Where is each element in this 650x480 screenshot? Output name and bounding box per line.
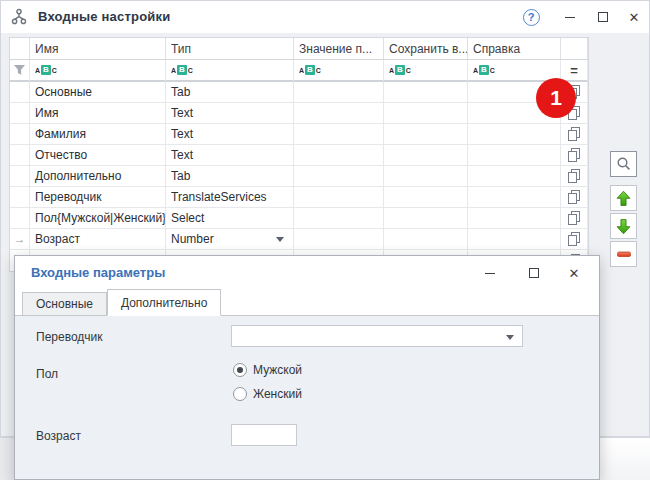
dialog-title: Входные параметры (31, 265, 165, 280)
filter-input-name[interactable]: ABC (30, 60, 166, 82)
cell-save[interactable] (384, 103, 468, 124)
close-button[interactable]: ✕ (623, 6, 645, 28)
cell-save[interactable] (384, 166, 468, 187)
chevron-down-icon[interactable] (276, 237, 284, 242)
radio-selected-icon[interactable] (233, 363, 247, 377)
move-up-button[interactable] (610, 185, 637, 211)
help-icon: ? (523, 9, 540, 26)
copy-button[interactable] (561, 187, 588, 208)
cell-type[interactable]: Tab (166, 82, 294, 103)
cell-type[interactable]: Text (166, 124, 294, 145)
tab-basic[interactable]: Основные (22, 292, 107, 315)
table-row[interactable]: Переводчик TranslateServices (10, 187, 588, 208)
cell-default[interactable] (294, 103, 384, 124)
cell-default[interactable] (294, 124, 384, 145)
gender-option-male[interactable]: Мужской (233, 363, 302, 377)
cell-help[interactable] (468, 166, 561, 187)
header-help[interactable]: Справка (468, 38, 561, 60)
dialog-close-button[interactable]: ✕ (564, 263, 584, 283)
cell-type[interactable]: TranslateServices (166, 187, 294, 208)
header-default-value[interactable]: Значение п... (294, 38, 384, 60)
cell-help[interactable] (468, 145, 561, 166)
cell-name[interactable]: Переводчик (30, 187, 166, 208)
minimize-button[interactable] (559, 6, 581, 28)
table-row-selected[interactable]: → Возраст Number (10, 229, 588, 250)
cell-name[interactable]: Имя (30, 103, 166, 124)
cell-help[interactable] (468, 229, 561, 250)
cell-help[interactable] (468, 187, 561, 208)
cell-type-editor[interactable]: Number (166, 229, 294, 250)
abc-filter-icon: ABC (389, 65, 411, 75)
row-indicator (10, 124, 30, 145)
remove-button[interactable] (610, 241, 637, 267)
cell-default[interactable] (294, 166, 384, 187)
cell-save[interactable] (384, 145, 468, 166)
cell-name[interactable]: Основные (30, 82, 166, 103)
cell-save[interactable] (384, 229, 468, 250)
age-input[interactable] (231, 424, 297, 446)
translator-combobox[interactable] (231, 325, 523, 347)
copy-button[interactable] (561, 145, 588, 166)
gender-option-female[interactable]: Женский (233, 387, 302, 401)
cell-save[interactable] (384, 82, 468, 103)
close-icon: ✕ (569, 267, 580, 280)
maximize-button[interactable] (592, 6, 614, 28)
background-strip (0, 437, 14, 480)
filter-input-save[interactable]: ABC (384, 60, 468, 82)
cell-save[interactable] (384, 208, 468, 229)
cell-type[interactable]: Text (166, 103, 294, 124)
header-indicator-cell (10, 38, 30, 60)
search-button[interactable] (610, 151, 637, 177)
cell-default[interactable] (294, 208, 384, 229)
background-strip (600, 437, 650, 480)
table-row[interactable]: Фамилия Text (10, 124, 588, 145)
cell-name[interactable]: Отчество (30, 145, 166, 166)
table-row[interactable]: Отчество Text (10, 145, 588, 166)
cell-help[interactable] (468, 208, 561, 229)
chevron-down-icon[interactable] (506, 335, 514, 340)
copy-button[interactable] (561, 166, 588, 187)
cell-type[interactable]: Select (166, 208, 294, 229)
minimize-icon (485, 273, 495, 274)
dialog-minimize-button[interactable] (480, 263, 500, 283)
cell-help[interactable] (468, 124, 561, 145)
copy-button[interactable] (561, 124, 588, 145)
filter-actions-cell[interactable]: = (561, 60, 588, 82)
tab-additional[interactable]: Дополнительно (107, 289, 221, 316)
table-row[interactable]: Имя Text (10, 103, 588, 124)
row-indicator (10, 208, 30, 229)
cell-default[interactable] (294, 187, 384, 208)
gender-female-label: Женский (253, 387, 302, 401)
header-save-to[interactable]: Сохранить в... (384, 38, 468, 60)
cell-default[interactable] (294, 229, 384, 250)
filter-input-type[interactable]: ABC (166, 60, 294, 82)
age-label: Возраст (36, 429, 81, 443)
help-button[interactable]: ? (520, 6, 542, 28)
cell-name[interactable]: Дополнительно (30, 166, 166, 187)
header-type[interactable]: Тип (166, 38, 294, 60)
filter-input-default[interactable]: ABC (294, 60, 384, 82)
table-row[interactable]: Основные Tab (10, 82, 588, 103)
cell-default[interactable] (294, 82, 384, 103)
cell-name[interactable]: Возраст (30, 229, 166, 250)
move-down-button[interactable] (610, 213, 637, 239)
table-row[interactable]: Дополнительно Tab (10, 166, 588, 187)
copy-button[interactable] (561, 208, 588, 229)
cell-type[interactable]: Tab (166, 166, 294, 187)
copy-icon (567, 147, 582, 163)
maximize-icon (529, 268, 539, 278)
type-value: Number (171, 232, 214, 246)
header-name[interactable]: Имя (30, 38, 166, 60)
radio-unselected-icon[interactable] (233, 387, 247, 401)
cell-save[interactable] (384, 187, 468, 208)
row-indicator (10, 82, 30, 103)
cell-default[interactable] (294, 145, 384, 166)
table-row[interactable]: Пол{Мужской|Женский} Select (10, 208, 588, 229)
cell-type[interactable]: Text (166, 145, 294, 166)
cell-save[interactable] (384, 124, 468, 145)
copy-button[interactable] (561, 229, 588, 250)
cell-name[interactable]: Пол{Мужской|Женский} (30, 208, 166, 229)
cell-name[interactable]: Фамилия (30, 124, 166, 145)
dialog-maximize-button[interactable] (524, 263, 544, 283)
parameters-table: Имя Тип Значение п... Сохранить в... Спр… (9, 37, 589, 272)
